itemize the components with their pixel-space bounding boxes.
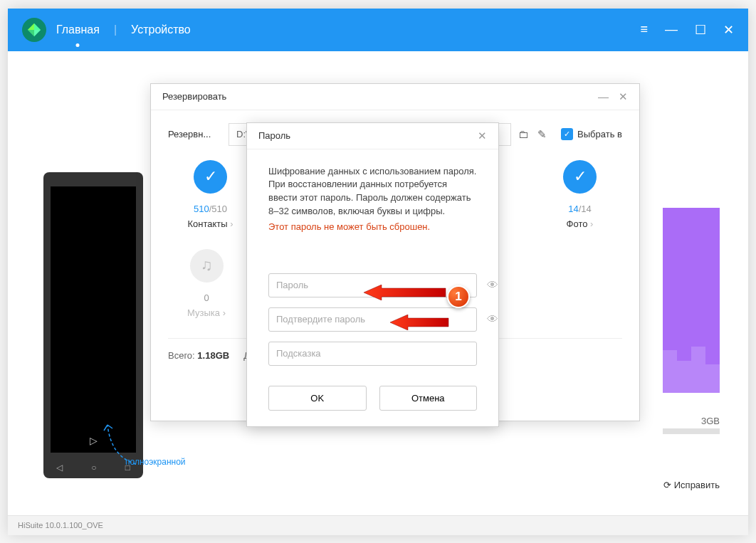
dialog-minimize-icon[interactable]: — (598, 90, 609, 102)
check-icon: ✓ (563, 160, 597, 194)
password-dialog-title: Пароль ✕ (247, 123, 498, 149)
select-all-checkbox[interactable]: ✓ Выбрать в (561, 128, 622, 140)
check-icon: ✓ (194, 160, 227, 194)
storage-size: 3GB (701, 416, 720, 426)
phone-nav: ◁○□ (56, 463, 130, 473)
hint-input[interactable] (268, 342, 477, 366)
path-label: Резервн... (168, 129, 221, 139)
backup-dialog-title: Резервировать — ✕ (151, 84, 639, 110)
music-icon: ♫ (190, 249, 224, 283)
nav: Главная | Устройство (56, 23, 191, 36)
minimize-icon[interactable]: — (665, 22, 678, 37)
annotation-arrow (364, 285, 449, 300)
edit-icon[interactable]: ✎ (537, 128, 547, 141)
nav-separator: | (114, 23, 117, 36)
app-window: Главная | Устройство ≡ — ☐ ✕ ▷ ◁○□ 3GB ⟳… (8, 9, 748, 535)
annotation-arrow (390, 315, 451, 330)
item-photo[interactable]: ✓ 14/14 Фото › (552, 160, 608, 229)
password-description: Шифрование данных с использованием парол… (268, 165, 477, 218)
maximize-icon[interactable]: ☐ (695, 22, 706, 38)
titlebar: Главная | Устройство ≡ — ☐ ✕ (8, 9, 748, 51)
eye-icon[interactable]: 👁 (487, 313, 498, 326)
play-icon: ▷ (90, 435, 98, 446)
annotation-marker-1: 1 (447, 285, 470, 308)
dialog-close-icon[interactable]: ✕ (619, 90, 628, 103)
version-text: HiSuite 10.0.1.100_OVE (18, 521, 103, 529)
folder-icon[interactable]: 🗀 (518, 128, 529, 141)
statusbar: HiSuite 10.0.1.100_OVE (8, 515, 748, 535)
menu-icon[interactable]: ≡ (640, 22, 648, 37)
password-dialog: Пароль ✕ Шифрование данных с использован… (246, 122, 499, 427)
eye-icon[interactable]: 👁 (487, 279, 498, 292)
item-music[interactable]: ♫ 0 Музыка › (179, 249, 234, 318)
storage-bar (663, 428, 720, 434)
check-icon: ✓ (561, 128, 573, 140)
storage-visual (663, 208, 720, 393)
item-contacts[interactable]: ✓ 510/510 Контакты › (183, 160, 238, 229)
fix-button[interactable]: ⟳Исправить (663, 480, 720, 490)
dialog-close-icon[interactable]: ✕ (478, 130, 487, 142)
fullscreen-link[interactable]: полноэкранной (125, 457, 186, 467)
phone-mockup: ▷ ◁○□ (43, 172, 143, 478)
window-controls: ≡ — ☐ ✕ (640, 22, 734, 38)
cancel-button[interactable]: Отмена (379, 386, 478, 411)
close-icon[interactable]: ✕ (723, 22, 734, 38)
nav-home[interactable]: Главная (56, 23, 100, 36)
password-warning: Этот пароль не может быть сброшен. (268, 221, 477, 232)
app-logo (22, 18, 46, 42)
ok-button[interactable]: OK (268, 386, 367, 411)
nav-device[interactable]: Устройство (131, 23, 191, 36)
